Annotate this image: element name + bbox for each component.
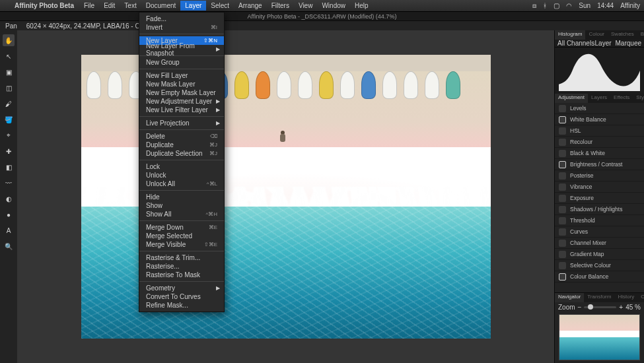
zoom-slider[interactable] (584, 306, 616, 308)
adjustment-exposure[interactable]: Exposure (555, 193, 644, 204)
menu-item-geometry[interactable]: Geometry▶ (139, 284, 224, 292)
menu-item-delete[interactable]: Delete⌫ (139, 132, 224, 141)
navigator-tab-history[interactable]: History (614, 293, 637, 302)
menu-item-rasterise-to-mask[interactable]: Rasterise To Mask (139, 271, 224, 279)
menu-item-invert[interactable]: Invert⌘I (139, 23, 224, 32)
adjustment-shadows---highlights[interactable]: Shadows / Highlights (555, 204, 644, 215)
menu-item-new-group[interactable]: New Group (139, 58, 224, 67)
channel-layer-toggle[interactable]: Layer (595, 40, 612, 47)
adjustment-posterise[interactable]: Posterise (555, 170, 644, 182)
brush-tool[interactable]: 🖌 (3, 98, 15, 110)
adjustment-tab-effects[interactable]: Effects (610, 94, 633, 103)
menu-item-new-mask-layer[interactable]: New Mask Layer (139, 80, 224, 88)
menu-help[interactable]: Help (350, 1, 373, 11)
navigator-tab-navigator[interactable]: Navigator (555, 293, 584, 302)
wifi-icon[interactable]: ◠ (566, 2, 572, 9)
channel-marquee-toggle[interactable]: Marquee (616, 40, 641, 47)
zoom-tool[interactable]: 🔍 (3, 240, 15, 252)
menubar-user[interactable]: Affinity (620, 2, 640, 9)
histogram-tab-colour[interactable]: Colour (585, 30, 608, 40)
adjustment-vibrance[interactable]: Vibrance (555, 182, 644, 193)
submenu-arrow-icon: ▶ (216, 107, 220, 113)
menu-item-unlock[interactable]: Unlock (139, 171, 224, 180)
menu-view[interactable]: View (294, 1, 318, 11)
bluetooth-icon[interactable]: ᚼ (543, 2, 547, 9)
adjustment-colour-balance[interactable]: Colour Balance (555, 271, 644, 282)
zoom-out-button[interactable]: − (578, 304, 582, 311)
move-tool[interactable]: ↖ (3, 50, 15, 62)
menu-item-duplicate[interactable]: Duplicate⌘J (139, 141, 224, 149)
menu-item-new-adjustment-layer[interactable]: New Adjustment Layer▶ (139, 97, 224, 106)
adjustment-recolour[interactable]: Recolour (555, 137, 644, 148)
zoom-in-button[interactable]: + (619, 304, 623, 311)
navigator-tab-channels[interactable]: Channels (637, 293, 644, 302)
canvas-viewport[interactable] (17, 30, 554, 363)
menu-item-show[interactable]: Show (139, 201, 224, 210)
histogram-tab-brushes[interactable]: Brushes (637, 30, 644, 40)
adjustment-tab-adjustment[interactable]: Adjustment (555, 94, 588, 103)
menu-arrange[interactable]: Arrange (234, 1, 267, 11)
channel-selector[interactable]: All Channels (557, 40, 594, 47)
histogram-tab-histogram[interactable]: Histogram (555, 30, 585, 40)
menu-edit[interactable]: Edit (99, 1, 120, 11)
adjustment-tab-styles[interactable]: Styles (633, 94, 644, 103)
menu-item-duplicate-selection[interactable]: Duplicate Selection⌘J (139, 149, 224, 158)
menu-item-show-all[interactable]: Show All^⌘H (139, 210, 224, 218)
menu-item-new-empty-mask-layer[interactable]: New Empty Mask Layer (139, 88, 224, 97)
menubar-time: 14:44 (597, 2, 614, 9)
adjustment-curves[interactable]: Curves (555, 226, 644, 238)
tool-mode-label: Pan (5, 22, 17, 30)
menu-filters[interactable]: Filters (267, 1, 294, 11)
menu-item-label: Live Projection (146, 119, 190, 127)
menu-item-live-projection[interactable]: Live Projection▶ (139, 119, 224, 127)
crop-tool[interactable]: ▣ (3, 66, 15, 78)
adjustment-channel-mixer[interactable]: Channel Mixer (555, 238, 644, 249)
menu-document[interactable]: Document (141, 1, 181, 11)
menu-item-new-live-filter-layer[interactable]: New Live Filter Layer▶ (139, 106, 224, 114)
adjustment-label: Threshold (570, 217, 595, 224)
menu-separator (139, 190, 224, 191)
menu-text[interactable]: Text (120, 1, 141, 11)
menu-item-new-layer-from-snapshot[interactable]: New Layer From Snapshot▶ (139, 45, 224, 53)
navigator-tab-transform[interactable]: Transform (584, 293, 614, 302)
fill-tool[interactable]: 🪣 (3, 114, 15, 125)
menu-item-merge-visible[interactable]: Merge Visible⇧⌘E (139, 240, 224, 249)
select-tool[interactable]: ◫ (3, 82, 15, 94)
menu-item-new-fill-layer[interactable]: New Fill Layer (139, 71, 224, 80)
histogram-icon (559, 50, 640, 91)
adjustment-selective-colour[interactable]: Selective Colour (555, 260, 644, 271)
clone-tool[interactable]: ⌖ (3, 129, 15, 141)
zoom-value[interactable]: 45 % (626, 304, 641, 311)
adjustment-label: Levels (570, 105, 587, 112)
menu-item-hide[interactable]: Hide (139, 193, 224, 201)
menu-window[interactable]: Window (317, 1, 350, 11)
hand-tool[interactable]: ✋ (3, 34, 15, 46)
navigator-thumbnail[interactable] (559, 314, 640, 360)
smudge-tool[interactable]: 〰 (3, 177, 15, 189)
adjustment-hsl[interactable]: HSL (555, 125, 644, 137)
studio-panels: HistogramColourSwatchesBrushes All Chann… (554, 30, 644, 363)
menu-layer[interactable]: Layer (180, 1, 206, 11)
menu-item-rasterise---[interactable]: Rasterise... (139, 262, 224, 271)
adjustment-levels[interactable]: Levels (555, 103, 644, 114)
histogram-tab-swatches[interactable]: Swatches (608, 30, 637, 40)
menu-item-unlock-all[interactable]: Unlock All^⌘L (139, 180, 224, 188)
menu-item-rasterise---trim---[interactable]: Rasterise & Trim... (139, 253, 224, 262)
sponge-tool[interactable]: ● (3, 209, 15, 220)
adjustment-threshold[interactable]: Threshold (555, 215, 644, 226)
app-name[interactable]: Affinity Photo Beta (15, 2, 74, 9)
adjustment-brightness---contrast[interactable]: Brightness / Contrast (555, 159, 644, 170)
text-tool[interactable]: A (3, 224, 15, 236)
airplay-icon[interactable]: ▢ (554, 2, 559, 9)
dodge-tool[interactable]: ◐ (3, 193, 15, 205)
eraser-tool[interactable]: ◧ (3, 161, 15, 173)
adjustment-black---white[interactable]: Black & White (555, 148, 644, 159)
menu-item-lock[interactable]: Lock (139, 162, 224, 171)
adjustment-tab-layers[interactable]: Layers (588, 94, 610, 103)
dropbox-icon[interactable]: ⧈ (532, 2, 536, 10)
heal-tool[interactable]: ✚ (3, 145, 15, 157)
adjustment-white-balance[interactable]: White Balance (555, 114, 644, 125)
menu-file[interactable]: File (79, 1, 99, 11)
menu-select[interactable]: Select (206, 1, 234, 11)
adjustment-gradient-map[interactable]: Gradient Map (555, 249, 644, 260)
